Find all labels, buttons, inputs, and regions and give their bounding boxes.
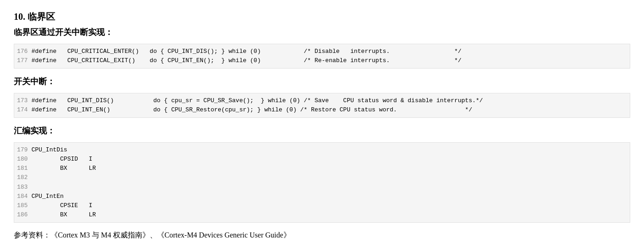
code-line: 185 CPSIE I bbox=[14, 201, 630, 210]
code-line: 176#define CPU_CRITICAL_ENTER() do { CPU… bbox=[14, 47, 630, 56]
code-line: 184CPU_IntEn bbox=[14, 192, 630, 201]
line-number: 186 bbox=[14, 210, 31, 220]
line-content: #define CPU_INT_DIS() do { cpu_sr = CPU_… bbox=[31, 96, 483, 105]
line-number: 185 bbox=[14, 201, 31, 210]
line-content: #define CPU_CRITICAL_EXIT() do { CPU_INT… bbox=[31, 56, 461, 65]
intro-text: 临界区通过开关中断实现： bbox=[14, 26, 630, 39]
section-title: 10. 临界区 bbox=[14, 9, 630, 24]
line-number: 176 bbox=[14, 47, 31, 56]
code-line: 180 CPSID I bbox=[14, 155, 630, 164]
line-content: BX LR bbox=[31, 164, 96, 173]
code-line: 181 BX LR bbox=[14, 164, 630, 173]
line-content: CPU_IntEn bbox=[31, 192, 63, 201]
line-number: 184 bbox=[14, 192, 31, 201]
code-line: 173#define CPU_INT_DIS() do { cpu_sr = C… bbox=[14, 96, 630, 105]
line-number: 179 bbox=[14, 145, 31, 155]
code-line: 183 bbox=[14, 183, 630, 192]
line-content: #define CPU_INT_EN() do { CPU_SR_Restore… bbox=[31, 105, 472, 115]
code-block-1: 176#define CPU_CRITICAL_ENTER() do { CPU… bbox=[14, 44, 630, 69]
code-line: 177#define CPU_CRITICAL_EXIT() do { CPU_… bbox=[14, 56, 630, 65]
code-block-2: 173#define CPU_INT_DIS() do { cpu_sr = C… bbox=[14, 93, 630, 118]
sub-label-1: 开关中断： bbox=[14, 75, 630, 88]
line-content: CPSIE I bbox=[31, 201, 92, 210]
code-line: 186 BX LR bbox=[14, 210, 630, 220]
reference-text: 参考资料：《Cortex M3 与 M4 权威指南》、《Cortex-M4 De… bbox=[14, 229, 630, 241]
line-number: 183 bbox=[14, 183, 31, 192]
code-line: 182 bbox=[14, 173, 630, 182]
line-number: 174 bbox=[14, 105, 31, 115]
line-number: 173 bbox=[14, 96, 31, 105]
sub-label-2: 汇编实现： bbox=[14, 124, 630, 138]
code-line: 179CPU_IntDis bbox=[14, 145, 630, 155]
line-number: 181 bbox=[14, 164, 31, 173]
line-content: CPSID I bbox=[31, 155, 92, 164]
line-number: 182 bbox=[14, 173, 31, 182]
line-content: CPU_IntDis bbox=[31, 145, 67, 155]
line-content: #define CPU_CRITICAL_ENTER() do { CPU_IN… bbox=[31, 47, 461, 56]
line-number: 180 bbox=[14, 155, 31, 164]
line-content: BX LR bbox=[31, 210, 96, 220]
line-number: 177 bbox=[14, 56, 31, 65]
code-block-3: 179CPU_IntDis180 CPSID I181 BX LR1821831… bbox=[14, 142, 630, 223]
code-line: 174#define CPU_INT_EN() do { CPU_SR_Rest… bbox=[14, 105, 630, 115]
